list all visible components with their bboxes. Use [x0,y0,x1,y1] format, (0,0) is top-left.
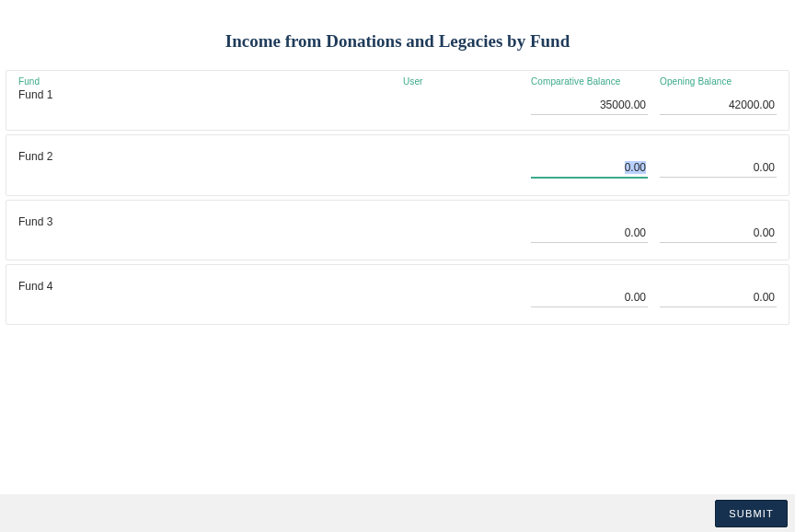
opening-balance-input[interactable] [660,93,777,115]
page-title: Income from Donations and Legacies by Fu… [0,0,795,70]
column-header-fund: Fund [18,76,403,87]
comparative-balance-input[interactable] [531,221,648,243]
column-header-user: User [403,76,531,87]
table-row: Fund 2 [6,134,789,196]
table-row: Fund Fund 1 User Comparative Balance Ope… [6,70,789,131]
fund-name-label: Fund 2 [18,150,403,163]
column-header-opening: Opening Balance [660,76,777,87]
fund-name-label: Fund 1 [18,88,403,101]
table-row: Fund 4 [6,264,789,325]
comparative-balance-input[interactable] [531,156,648,179]
fund-name-label: Fund 4 [18,280,403,293]
table-row: Fund 3 [6,200,789,260]
comparative-balance-input[interactable] [531,93,648,115]
submit-button[interactable]: SUBMIT [715,500,788,527]
opening-balance-input[interactable] [660,285,777,307]
opening-balance-input[interactable] [660,156,777,178]
funds-form: Fund Fund 1 User Comparative Balance Ope… [0,70,795,325]
footer-bar: SUBMIT [0,494,795,532]
fund-name-label: Fund 3 [18,215,403,228]
opening-balance-input[interactable] [660,221,777,243]
column-header-comparative: Comparative Balance [531,76,648,87]
comparative-balance-input[interactable] [531,285,648,307]
